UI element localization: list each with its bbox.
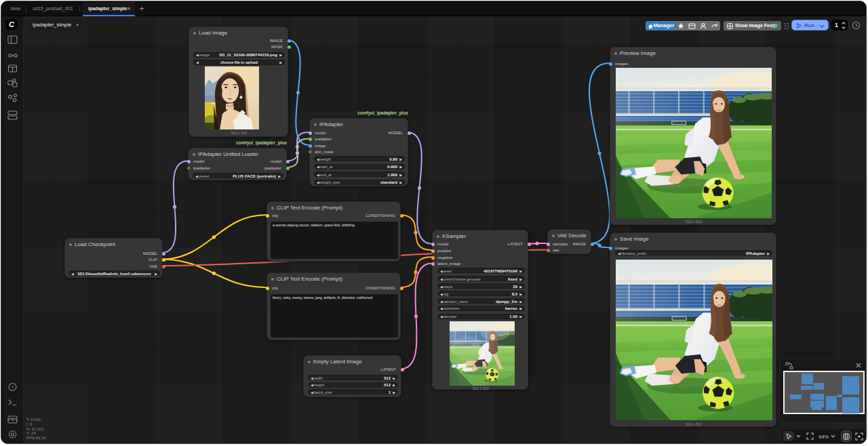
svg-text:?: ? [12,385,14,390]
